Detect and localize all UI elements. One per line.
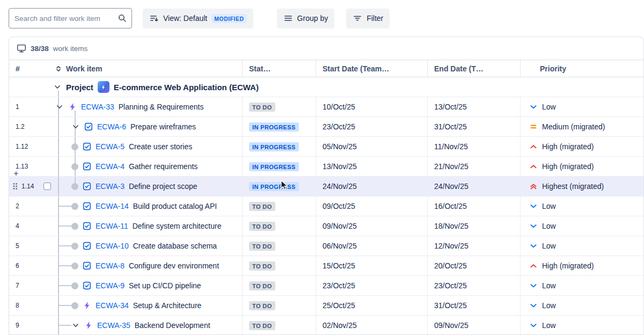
end-date-cell[interactable]: 24/Nov/25 — [427, 177, 520, 196]
column-header-end-date[interactable]: End Date (T… — [427, 60, 520, 77]
tree-connector — [58, 245, 71, 246]
start-date-cell[interactable]: 24/Nov/25 — [316, 177, 427, 196]
priority-cell[interactable]: Low — [520, 236, 643, 256]
table-row[interactable]: 5 ECWA-10 Create database schema TO DO 0… — [9, 236, 643, 256]
modified-badge: MODIFIED — [211, 14, 246, 23]
group-row-project[interactable]: Project E-commerce Web Application (ECWA… — [9, 77, 643, 97]
priority-cell[interactable]: High (migrated) — [520, 137, 643, 156]
end-date-cell[interactable]: 20/Oct/25 — [427, 256, 520, 275]
work-item-key[interactable]: ECWA-10 — [96, 242, 129, 250]
column-header-work-item[interactable]: Work item — [52, 60, 242, 77]
end-date-cell[interactable]: 12/Nov/25 — [427, 236, 520, 256]
work-item-key[interactable]: ECWA-8 — [96, 261, 125, 270]
end-date-cell[interactable]: 18/Nov/25 — [427, 216, 520, 236]
priority-cell[interactable]: High (migrated) — [520, 157, 643, 176]
column-header-number[interactable]: # — [9, 60, 52, 77]
end-date-cell[interactable]: 31/Oct/25 — [427, 117, 520, 136]
priority-cell[interactable]: Low — [520, 97, 643, 116]
start-date-cell[interactable]: 09/Oct/25 — [316, 196, 427, 216]
work-item-key[interactable]: ECWA-11 — [96, 222, 128, 230]
status-badge[interactable]: IN PROGRESS — [249, 122, 299, 132]
priority-label: Low — [542, 222, 556, 230]
status-badge[interactable]: TO DO — [249, 301, 275, 310]
status-badge[interactable]: TO DO — [249, 281, 275, 290]
chevron-down-icon[interactable] — [55, 103, 64, 111]
table-row[interactable]: 1.13 ECWA-4 Gather requirements IN PROGR… — [9, 157, 643, 177]
table-row[interactable]: 9 ECWA-35 Backend Development TO DO 02/N… — [9, 316, 643, 335]
column-header-label: Work item — [66, 64, 102, 73]
priority-cell[interactable]: Medium (migrated) — [520, 117, 643, 136]
priority-low-icon — [529, 281, 538, 290]
table-row[interactable]: 6 ECWA-8 Configure dev environment TO DO… — [9, 256, 643, 276]
row-checkbox[interactable] — [43, 183, 51, 190]
table-row[interactable]: 1 ECWA-33 Planning & Requirements TO DO … — [9, 97, 643, 117]
group-by-button[interactable]: Group by — [277, 9, 335, 28]
work-item-key[interactable]: ECWA-34 — [96, 301, 129, 310]
column-header-status[interactable]: Stat… — [242, 60, 316, 77]
start-date-cell[interactable]: 25/Oct/25 — [316, 296, 427, 315]
priority-cell[interactable]: Low — [520, 216, 643, 236]
start-date-cell[interactable]: 06/Nov/25 — [316, 236, 427, 256]
chevron-down-icon[interactable] — [71, 122, 80, 131]
table-row[interactable]: 1.14 ECWA-3 Define project scope IN PROG… — [9, 177, 643, 196]
drag-handle-icon[interactable] — [12, 182, 18, 191]
start-date-cell[interactable]: 02/Nov/25 — [316, 316, 427, 335]
chevron-down-icon[interactable] — [71, 321, 80, 330]
filter-button[interactable]: Filter — [346, 9, 390, 28]
status-badge[interactable]: IN PROGRESS — [249, 162, 299, 171]
start-date-cell[interactable]: 15/Oct/25 — [316, 256, 427, 275]
work-item-key[interactable]: ECWA-9 — [96, 281, 125, 290]
end-date-cell[interactable]: 23/Oct/25 — [427, 276, 520, 295]
table-row[interactable]: 8 ECWA-34 Setup & Architecture TO DO 25/… — [9, 296, 643, 316]
status-badge[interactable]: TO DO — [249, 103, 275, 112]
table-row[interactable]: 7 ECWA-9 Set up CI/CD pipeline TO DO 23/… — [9, 276, 643, 296]
start-date-cell[interactable]: 23/Oct/25 — [316, 117, 427, 136]
start-date-cell[interactable]: 13/Nov/25 — [316, 157, 427, 176]
work-item-cell: ECWA-11 Define system architecture — [52, 216, 242, 236]
work-item-key[interactable]: ECWA-5 — [96, 142, 125, 151]
start-date-cell[interactable]: 23/Oct/25 — [316, 276, 427, 295]
status-badge[interactable]: TO DO — [249, 202, 275, 211]
end-date-cell[interactable]: 31/Oct/25 — [427, 296, 520, 315]
status-badge[interactable]: IN PROGRESS — [249, 182, 299, 191]
table-row[interactable]: 1.2 ECWA-6 Prepare wireframes IN PROGRES… — [9, 117, 643, 137]
chevron-down-icon[interactable] — [53, 83, 62, 91]
status-badge[interactable]: IN PROGRESS — [249, 142, 299, 151]
end-date-cell[interactable]: 11/Nov/25 — [427, 137, 520, 156]
table-row[interactable]: 4 ECWA-11 Define system architecture TO … — [9, 216, 643, 236]
end-date-cell[interactable]: 16/Oct/25 — [427, 196, 520, 216]
column-header-start-date[interactable]: Start Date (Team… — [316, 60, 427, 77]
column-header-priority[interactable]: Priority — [520, 60, 643, 77]
work-items-panel: 38/38 work items # Work item Stat… Start… — [9, 37, 644, 335]
start-date-cell[interactable]: 10/Oct/25 — [316, 97, 427, 116]
status-badge[interactable]: TO DO — [249, 222, 275, 231]
collapse-all-icon[interactable] — [54, 64, 63, 73]
search-input[interactable] — [9, 8, 132, 28]
start-date-cell[interactable]: 05/Nov/25 — [316, 137, 427, 156]
table-row[interactable]: 2 ECWA-14 Build product catalog API TO D… — [9, 196, 643, 216]
status-badge[interactable]: TO DO — [249, 321, 275, 330]
priority-cell[interactable]: Low — [520, 316, 643, 335]
search-icon[interactable] — [118, 13, 127, 23]
table-row[interactable]: 1.12 ECWA-5 Create user stories IN PROGR… — [9, 137, 643, 157]
work-item-key[interactable]: ECWA-4 — [96, 162, 125, 171]
work-item-key[interactable]: ECWA-3 — [96, 182, 125, 191]
priority-cell[interactable]: Highest (migrated) — [520, 177, 643, 196]
row-number-cell: 1.12 — [9, 137, 52, 156]
priority-cell[interactable]: High (migrated) — [520, 256, 643, 275]
end-date-cell[interactable]: 09/Nov/25 — [427, 316, 520, 335]
priority-cell[interactable]: Low — [520, 196, 643, 216]
work-item-key[interactable]: ECWA-35 — [97, 321, 130, 330]
work-item-key[interactable]: ECWA-33 — [81, 103, 114, 111]
add-row-button[interactable]: + — [12, 169, 20, 178]
view-button[interactable]: View: Default MODIFIED — [143, 9, 253, 28]
priority-cell[interactable]: Low — [520, 296, 643, 315]
end-date-cell[interactable]: 21/Nov/25 — [427, 157, 520, 176]
status-badge[interactable]: TO DO — [249, 242, 275, 251]
work-item-key[interactable]: ECWA-6 — [97, 122, 126, 131]
work-item-key[interactable]: ECWA-14 — [96, 202, 129, 210]
priority-cell[interactable]: Low — [520, 276, 643, 295]
status-badge[interactable]: TO DO — [249, 261, 275, 271]
start-date-cell[interactable]: 09/Nov/25 — [316, 216, 427, 236]
end-date-cell[interactable]: 13/Oct/25 — [427, 97, 520, 116]
